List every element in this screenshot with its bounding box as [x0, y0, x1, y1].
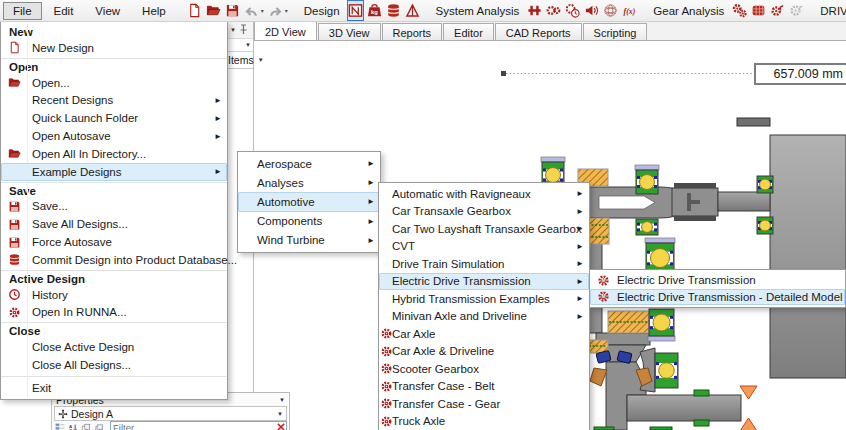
gears-icon[interactable]	[731, 0, 748, 21]
submenu-arrow-icon: ►	[367, 178, 375, 187]
menu-item-electric-drive-transmission[interactable]: MElectric Drive Transmission	[590, 272, 845, 289]
gear-clock-icon[interactable]	[564, 0, 581, 21]
menu-item-car-transaxle-gearbox[interactable]: Car Transaxle Gearbox►	[379, 203, 589, 221]
menu-item-commit-design-into-product-database[interactable]: Commit Design into Product Database...	[1, 251, 227, 269]
filter-input[interactable]	[111, 423, 276, 430]
toolbar-group-label-system-analysis: System Analysis	[430, 5, 526, 17]
save-icon	[1, 218, 27, 231]
submenu-arrow-icon: ►	[214, 96, 222, 105]
menu-edit[interactable]: Edit	[44, 2, 84, 20]
submenu-arrow-icon: ►	[367, 159, 375, 168]
panel-combobox[interactable]: ▼	[228, 39, 253, 52]
menu-item-exit[interactable]: Exit	[1, 379, 227, 397]
submenu-arrow-icon: ►	[576, 259, 584, 268]
save-icon[interactable]	[224, 0, 241, 21]
globe-mesh-icon[interactable]	[602, 0, 619, 21]
save-icon	[1, 200, 27, 213]
chevron-down-icon[interactable]: ▾	[285, 7, 288, 14]
tab-2d-view[interactable]: 2D View	[254, 21, 317, 40]
menu-section-open: Open	[1, 58, 227, 74]
menu-item-car-axle[interactable]: Car Axle	[379, 325, 589, 343]
clear-filter-icon[interactable]	[276, 422, 286, 430]
tab-cad-reports[interactable]: CAD Reports	[495, 23, 582, 40]
speaker-icon[interactable]	[583, 0, 600, 21]
menu-item-close-all-designs[interactable]: Close All Designs...	[1, 356, 227, 374]
tab-editor[interactable]: Editor	[443, 23, 494, 40]
auto-hide-pin-icon[interactable]	[239, 24, 248, 37]
new-doc-icon[interactable]	[186, 0, 203, 21]
menu-item-cvt[interactable]: CVT►	[379, 238, 589, 256]
menu-item-minivan-axle-and-driveline[interactable]: Minivan Axle and Driveline►	[379, 308, 589, 326]
menu-item-quick-launch-folder[interactable]: Quick Launch Folder►	[1, 109, 227, 127]
collapse-all-icon[interactable]	[93, 422, 104, 430]
fx-icon[interactable]: f(x)	[621, 0, 638, 21]
menu-item-close-active-design[interactable]: Close Active Design	[1, 338, 227, 356]
menu-section-save: Save	[1, 182, 227, 198]
open-folder-icon	[1, 147, 27, 160]
shaft-icon[interactable]	[526, 0, 543, 21]
tab-scripting[interactable]: Scripting	[583, 23, 648, 40]
items-dropdown[interactable]: Items ▼	[228, 52, 253, 69]
tab-reports[interactable]: Reports	[382, 23, 443, 40]
chevron-down-icon[interactable]: ▾	[261, 7, 264, 14]
sort-az-icon[interactable]: AZ	[67, 422, 78, 430]
tab-3d-view[interactable]: 3D View	[318, 23, 381, 40]
menu-help[interactable]: Help	[132, 2, 176, 20]
gear-m-icon: M	[597, 290, 610, 303]
gear-gray-icon[interactable]	[788, 0, 805, 21]
menu-item-transfer-case-belt[interactable]: Transfer Case - Belt	[379, 378, 589, 396]
menu-item-history[interactable]: History	[1, 286, 227, 304]
database-icon[interactable]	[385, 0, 402, 21]
redo-icon[interactable]	[267, 0, 284, 21]
gear-hoist-icon[interactable]	[769, 0, 786, 21]
menu-item-save[interactable]: Save...	[1, 198, 227, 216]
menu-item-automotive[interactable]: Automotive►	[238, 192, 380, 211]
mass-kg-icon[interactable]: kg	[366, 0, 383, 21]
menu-item-open-in-runna[interactable]: Open In RUNNA...	[1, 304, 227, 322]
menu-item-truck-axle[interactable]: Truck Axle	[379, 413, 589, 430]
menu-item-recent-designs[interactable]: Recent Designs►	[1, 92, 227, 110]
move-arrows-icon	[58, 409, 68, 419]
toolbar-group-label-driva: DRIVA	[814, 5, 846, 17]
menu-item-force-autosave[interactable]: Force Autosave	[1, 233, 227, 251]
menu-view[interactable]: View	[85, 2, 130, 20]
menu-item-drive-train-simulation[interactable]: Drive Train Simulation►	[379, 255, 589, 273]
submenu-arrow-icon: ►	[576, 207, 584, 216]
gear-mesh-icon[interactable]	[545, 0, 562, 21]
design-board-icon[interactable]	[347, 0, 364, 21]
svg-text:kg: kg	[371, 9, 378, 15]
menu-item-label: Open...	[27, 77, 70, 89]
menu-item-new-design[interactable]: New Design	[1, 39, 227, 57]
design-selector-label: Design A	[71, 408, 113, 420]
menu-item-save-all-designs[interactable]: Save All Designs...	[1, 215, 227, 233]
expand-all-icon[interactable]	[80, 422, 91, 430]
category-view-icon[interactable]	[54, 422, 65, 430]
menu-item-automatic-with-ravigneaux[interactable]: Automatic with Ravigneaux►	[379, 185, 589, 203]
design-selector[interactable]: Design A ▼	[54, 406, 287, 421]
chevron-down-icon[interactable]: ▼	[279, 397, 285, 403]
menu-item-hybrid-transmission-examples[interactable]: Hybrid Transmission Examples►	[379, 290, 589, 308]
undo-icon[interactable]	[243, 0, 260, 21]
menu-item-open-autosave[interactable]: Open Autosave►	[1, 127, 227, 145]
menu-file[interactable]: File	[3, 2, 42, 20]
menu-item-scooter-gearbox[interactable]: Scooter Gearbox	[379, 360, 589, 378]
menu-item-example-designs[interactable]: Example Designs►	[1, 163, 227, 181]
menu-item-car-axle-driveline[interactable]: Car Axle & Driveline	[379, 343, 589, 361]
menu-item-aerospace[interactable]: Aerospace►	[238, 154, 380, 173]
chevron-down-icon: ▼	[277, 411, 283, 417]
menu-item-electric-drive-transmission[interactable]: Electric Drive Transmission►	[379, 273, 589, 291]
menu-item-transfer-case-gear[interactable]: Transfer Case - Gear	[379, 395, 589, 413]
menu-item-electric-drive-transmission-detailed-model[interactable]: MElectric Drive Transmission - Detailed …	[590, 289, 845, 306]
menu-item-components[interactable]: Components►	[238, 212, 380, 231]
menu-item-label: Components	[252, 215, 322, 227]
menu-item-car-two-layshaft-transaxle-gearbox[interactable]: Car Two Layshaft Transaxle Gearbox►	[379, 220, 589, 238]
power-flow-icon[interactable]	[404, 0, 421, 21]
menu-item-open-all-in-directory[interactable]: Open All In Directory...	[1, 145, 227, 163]
open-folder-icon[interactable]	[205, 0, 222, 21]
menu-item-open[interactable]: Open...	[1, 74, 227, 92]
menu-item-wind-turbine[interactable]: Wind Turbine►	[238, 231, 380, 250]
menu-item-analyses[interactable]: Analyses►	[238, 173, 380, 192]
gear-housing-icon[interactable]	[750, 0, 767, 21]
dimension-label[interactable]: 657.009 mm	[754, 63, 846, 85]
panel-menu-caret-icon[interactable]: ▼	[230, 27, 236, 33]
